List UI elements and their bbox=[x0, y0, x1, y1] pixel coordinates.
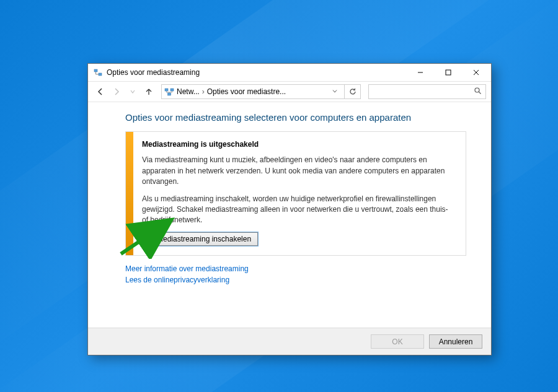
svg-rect-8 bbox=[168, 93, 171, 95]
forward-button[interactable] bbox=[109, 84, 124, 99]
privacy-link[interactable]: Lees de onlineprivacyverklaring bbox=[125, 276, 466, 284]
warning-stripe bbox=[126, 132, 133, 255]
network-center-icon bbox=[164, 87, 174, 97]
help-links: Meer informatie over mediastreaming Lees… bbox=[125, 264, 466, 284]
search-box[interactable] bbox=[368, 84, 486, 99]
chevron-right-icon: › bbox=[202, 87, 205, 96]
close-button[interactable] bbox=[462, 64, 490, 81]
navigation-bar: Netw... › Opties voor mediastre... bbox=[88, 81, 491, 102]
up-button[interactable] bbox=[141, 84, 156, 99]
page-heading: Opties voor mediastreaming selecteren vo… bbox=[125, 112, 466, 123]
breadcrumb-network[interactable]: Netw... bbox=[177, 87, 200, 96]
svg-rect-1 bbox=[99, 73, 102, 76]
svg-rect-6 bbox=[165, 89, 168, 91]
minimize-button[interactable] bbox=[406, 64, 434, 81]
recent-locations-button[interactable] bbox=[125, 84, 140, 99]
ok-button[interactable]: OK bbox=[371, 334, 424, 349]
panel-paragraph-2: Als u mediastreaming inschakelt, worden … bbox=[142, 194, 456, 226]
network-icon bbox=[93, 68, 103, 77]
panel-paragraph-1: Via mediastreaming kunt u muziek, afbeel… bbox=[142, 155, 456, 187]
svg-line-10 bbox=[479, 92, 480, 94]
content-area: Opties voor mediastreaming selecteren vo… bbox=[88, 102, 491, 328]
titlebar: Opties voor mediastreaming bbox=[88, 64, 491, 81]
window-title: Opties voor mediastreaming bbox=[107, 68, 406, 77]
svg-point-9 bbox=[475, 88, 479, 92]
svg-rect-3 bbox=[446, 70, 451, 75]
more-info-link[interactable]: Meer informatie over mediastreaming bbox=[125, 264, 466, 273]
maximize-button[interactable] bbox=[434, 64, 462, 81]
svg-rect-7 bbox=[170, 89, 174, 91]
dialog-footer: OK Annuleren bbox=[88, 328, 491, 355]
panel-subheading: Mediastreaming is uitgeschakeld bbox=[142, 139, 456, 150]
info-panel: Mediastreaming is uitgeschakeld Via medi… bbox=[125, 131, 466, 256]
media-streaming-options-window: Opties voor mediastreaming Netw... › Opt… bbox=[87, 63, 492, 355]
chevron-down-icon[interactable] bbox=[332, 87, 338, 96]
address-bar[interactable]: Netw... › Opties voor mediastre... bbox=[161, 84, 361, 99]
enable-button-label: Mediastreaming inschakelen bbox=[157, 235, 251, 243]
cancel-button[interactable]: Annuleren bbox=[429, 334, 482, 349]
svg-rect-0 bbox=[94, 69, 97, 72]
search-icon bbox=[474, 87, 482, 97]
back-button[interactable] bbox=[93, 84, 108, 99]
uac-shield-icon bbox=[145, 235, 154, 243]
refresh-button[interactable] bbox=[344, 85, 360, 98]
breadcrumb-mediaoptions[interactable]: Opties voor mediastre... bbox=[207, 87, 286, 96]
enable-media-streaming-button[interactable]: Mediastreaming inschakelen bbox=[142, 232, 258, 246]
